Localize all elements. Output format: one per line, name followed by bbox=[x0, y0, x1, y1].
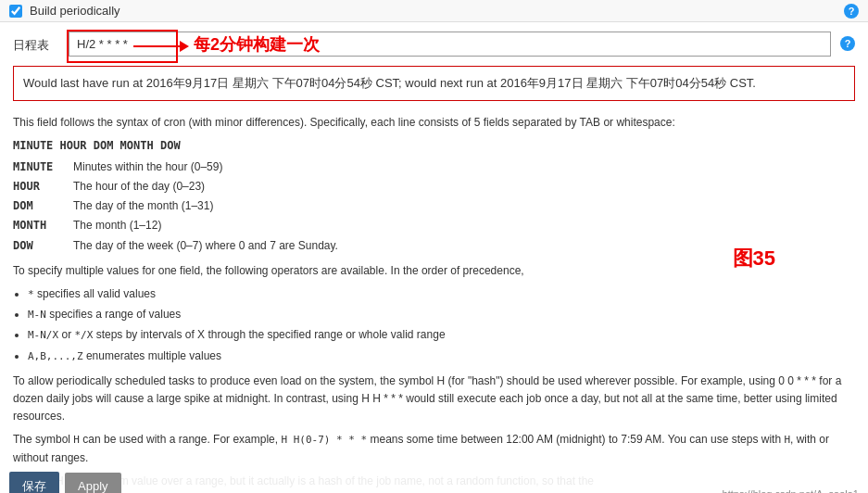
operator-item-4: A,B,...,Z enumerates multiple values bbox=[28, 348, 855, 365]
save-button[interactable]: 保存 bbox=[9, 472, 59, 493]
range-intro: The symbol H can be used with a range. F… bbox=[13, 431, 855, 466]
docs-intro: This field follows the syntax of cron (w… bbox=[13, 114, 855, 132]
build-periodically-checkbox[interactable] bbox=[9, 5, 22, 18]
field-table: MINUTE Minutes within the hour (0–59) HO… bbox=[13, 158, 855, 255]
info-box-text: Would last have run at 2016年9月17日 星期六 下午… bbox=[23, 76, 756, 90]
field-desc-dom: The day of the month (1–31) bbox=[73, 197, 213, 215]
operator-item-1: * specifies all valid values bbox=[28, 285, 855, 303]
schedule-row: 日程表 每2分钟构建一次 ? bbox=[13, 32, 855, 57]
info-box: Would last have run at 2016年9月17日 星期六 下午… bbox=[13, 66, 855, 101]
field-name-hour: HOUR bbox=[13, 178, 64, 196]
schedule-label: 日程表 bbox=[13, 32, 59, 54]
field-name-dom: DOM bbox=[13, 197, 64, 215]
operator-item-2: M-N specifies a range of values bbox=[28, 306, 855, 323]
url-watermark: https://blog.csdn.net/A_saala1 bbox=[723, 488, 859, 493]
schedule-help-icon[interactable]: ? bbox=[840, 36, 855, 51]
header-bar: Build periodically ? bbox=[0, 0, 868, 22]
field-name-month: MONTH bbox=[13, 217, 64, 234]
main-container: Build periodically ? 日程表 每2分钟构建一次 ? Woul… bbox=[0, 0, 868, 493]
operator-item-3: M-N/X or */X steps by intervals of X thr… bbox=[28, 326, 855, 344]
field-name-dow: DOW bbox=[13, 237, 64, 255]
field-row-dow: DOW The day of the week (0–7) where 0 an… bbox=[13, 237, 855, 255]
field-desc-dow: The day of the week (0–7) where 0 and 7 … bbox=[73, 237, 338, 255]
apply-button[interactable]: Apply bbox=[65, 473, 121, 493]
annotation-text: 每2分钟构建一次 bbox=[194, 33, 320, 56]
operators-list: * specifies all valid values M-N specifi… bbox=[28, 285, 855, 365]
content-area: 日程表 每2分钟构建一次 ? Would last have run at 20… bbox=[0, 22, 868, 493]
field-desc-minute: Minutes within the hour (0–59) bbox=[73, 158, 222, 176]
field-name-minute: MINUTE bbox=[13, 158, 64, 176]
field-desc-hour: The hour of the day (0–23) bbox=[73, 178, 205, 196]
docs-section: This field follows the syntax of cron (w… bbox=[13, 112, 855, 494]
field-row-hour: HOUR The hour of the day (0–23) bbox=[13, 178, 855, 196]
operators-intro: To specify multiple values for one field… bbox=[13, 262, 855, 280]
field-desc-month: The month (1–12) bbox=[73, 217, 161, 234]
hash-intro: To allow periodically scheduled tasks to… bbox=[13, 373, 855, 426]
docs-header-line: MINUTE HOUR DOM MONTH DOW bbox=[13, 137, 855, 155]
schedule-input-wrapper bbox=[69, 32, 831, 57]
field-row-minute: MINUTE Minutes within the hour (0–59) bbox=[13, 158, 855, 176]
schedule-input[interactable] bbox=[69, 32, 831, 57]
field-row-dom: DOM The day of the month (1–31) bbox=[13, 197, 855, 215]
field-row-month: MONTH The month (1–12) bbox=[13, 217, 855, 234]
help-icon-top[interactable]: ? bbox=[844, 4, 859, 19]
header-title: Build periodically bbox=[30, 4, 120, 18]
